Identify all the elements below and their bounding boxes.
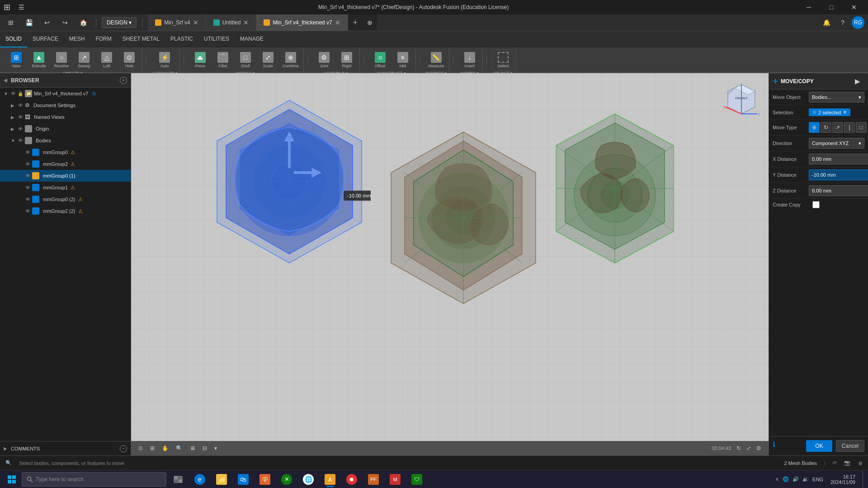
taskbar-search[interactable]: Type here to search: [22, 472, 166, 487]
taskbar-store[interactable]: 🛍: [233, 470, 253, 488]
tree-mmgroup2-2[interactable]: 👁 mmGroup2 (2) ⚠: [0, 205, 131, 217]
new-tab-btn[interactable]: +: [348, 14, 363, 31]
show-hidden-icon[interactable]: ∧: [775, 476, 779, 482]
tab-close-btn[interactable]: ✕: [193, 19, 198, 26]
loft-btn[interactable]: △ Loft: [96, 49, 118, 71]
zoom-btn[interactable]: 🔍: [174, 444, 184, 452]
insert-mesh-btn[interactable]: ↓ Insert: [459, 49, 481, 71]
settings2-btn[interactable]: ⚙: [755, 444, 763, 452]
help-btn[interactable]: ?: [835, 16, 850, 29]
tree-mmgroup0-1[interactable]: 👁 mmGroup0 (1): [0, 170, 131, 182]
tree-mmgroup2[interactable]: 👁 mmGroup2 ⚠: [0, 158, 131, 170]
start-button[interactable]: [4, 471, 20, 488]
taskbar-chrome[interactable]: 🌐: [298, 470, 318, 488]
viewport[interactable]: -10.00 mm: [131, 73, 769, 455]
move-type-axis-btn[interactable]: |: [844, 122, 855, 133]
taskbar-clock[interactable]: 16:17 2024/11/09: [827, 474, 859, 485]
show-desktop-btn[interactable]: [863, 471, 864, 488]
browser-collapse-arrow[interactable]: ◀: [4, 78, 7, 83]
shell-btn[interactable]: □ Shell: [235, 49, 256, 71]
measure-btn[interactable]: 📏 Measure: [425, 49, 447, 71]
selection-clear-btn[interactable]: ✕: [843, 109, 847, 115]
account-btn[interactable]: RG: [852, 16, 864, 29]
toolbar-btn[interactable]: ☰: [14, 1, 28, 14]
revolve-btn[interactable]: ○ Revolve: [51, 49, 72, 71]
sweep-btn[interactable]: ↗ Sweep: [73, 49, 95, 71]
z-distance-input[interactable]: [809, 185, 868, 196]
automate-btn[interactable]: ⚡ Auto: [154, 49, 175, 71]
hole-btn[interactable]: ⊙ Hole: [118, 49, 140, 71]
ribbon-tab-mesh[interactable]: MESH: [64, 31, 90, 47]
panel-close-btn[interactable]: ▶: [850, 75, 864, 88]
grid-btn[interactable]: ⊞: [148, 444, 156, 452]
selection-badge[interactable]: ⊕ 2 selected ✕: [809, 108, 850, 116]
pan-btn[interactable]: ✋: [160, 444, 170, 452]
tab-min-srf-v4-thickened[interactable]: Min_Srf v4_thickened v7 ✕: [256, 14, 348, 31]
create-copy-checkbox[interactable]: [812, 201, 820, 208]
midplane-btn[interactable]: ≡ Mid: [392, 49, 414, 71]
y-distance-input[interactable]: [809, 169, 868, 180]
scale-btn[interactable]: ⤢ Scale: [257, 49, 279, 71]
taskbar-task-view[interactable]: [168, 470, 188, 488]
display-mode-btn[interactable]: 🖥: [188, 444, 197, 452]
ribbon-tab-surface[interactable]: SURFACE: [27, 31, 64, 47]
comments-add-btn[interactable]: +: [120, 445, 127, 452]
taskbar-edge[interactable]: e: [190, 470, 210, 488]
tree-root[interactable]: ▼ 👁 🔒 📁 Min_Srf v4_thickened v7 ⚙: [0, 88, 131, 99]
orbit-icon[interactable]: ⟳: [833, 460, 837, 466]
save-btn[interactable]: 💾: [22, 16, 36, 29]
tab-min-srf-v4[interactable]: Min_Srf v4 ✕: [148, 14, 206, 31]
comments-arrow[interactable]: ▶: [4, 446, 7, 451]
taskbar-explorer[interactable]: 📁: [212, 470, 231, 488]
minimize-btn[interactable]: ─: [798, 0, 819, 14]
move-type-point-btn[interactable]: ↗: [832, 122, 843, 133]
tree-origin[interactable]: ▶ 👁 Origin: [0, 123, 131, 135]
fillet-btn[interactable]: ⌒ Fillet: [212, 49, 234, 71]
maximize-btn[interactable]: □: [821, 0, 842, 14]
tree-mmgroup0[interactable]: 👁 mmGroup0 ⚠: [0, 146, 131, 158]
notifications-btn[interactable]: 🔔: [819, 16, 834, 29]
direction-dropdown[interactable]: Component XYZ ▾: [809, 138, 864, 149]
ribbon-tab-utilities[interactable]: UTILITIES: [198, 31, 235, 47]
network-icon[interactable]: 🌐: [783, 476, 789, 482]
fit-btn[interactable]: ⤢: [745, 444, 753, 452]
more-btn[interactable]: ▾: [212, 444, 219, 452]
ribbon-tab-solid[interactable]: SOLID: [0, 31, 27, 47]
ribbon-tab-plastic[interactable]: PLASTIC: [165, 31, 198, 47]
tree-mmgroup0-2[interactable]: 👁 mmGroup0 (2) ⚠: [0, 193, 131, 205]
grid-visible-btn[interactable]: ⊟: [201, 444, 209, 452]
rigid-group-btn[interactable]: ⊞ Rigid: [336, 49, 358, 71]
ok-button[interactable]: OK: [806, 440, 832, 452]
info-icon[interactable]: ℹ: [773, 440, 775, 452]
combine-btn[interactable]: ⊕ Combine: [280, 49, 302, 71]
tree-document-settings[interactable]: ▶ 👁 ⚙ Document Settings: [0, 99, 131, 111]
rotate-btn[interactable]: ↻: [735, 444, 743, 452]
ribbon-tab-manage[interactable]: MANAGE: [235, 31, 269, 47]
navigation-cube[interactable]: FRONT X Y Z: [723, 82, 760, 118]
taskbar-recorder[interactable]: ⏺: [342, 470, 362, 488]
ribbon-tab-sheet-metal[interactable]: SHEET METAL: [117, 31, 165, 47]
camera-icon[interactable]: 📷: [844, 460, 850, 466]
app-menu-btn[interactable]: ⊞: [4, 16, 18, 29]
move-type-plane-btn[interactable]: □: [856, 122, 867, 133]
select-btn[interactable]: Select: [492, 49, 514, 71]
undo-btn[interactable]: ↩: [40, 16, 54, 29]
home-btn[interactable]: 🏠: [76, 16, 90, 29]
speaker-icon[interactable]: 🔉: [802, 476, 809, 482]
cancel-button[interactable]: Cancel: [836, 440, 864, 452]
joint-btn[interactable]: ⚙ Joint: [313, 49, 335, 71]
close-btn[interactable]: ✕: [844, 0, 864, 14]
create-new-component-btn[interactable]: ⊞ New: [5, 49, 27, 71]
tree-mmgroup1[interactable]: 👁 mmGroup1 ⚠: [0, 182, 131, 193]
offset-plane-btn[interactable]: ⊟ Offset: [369, 49, 391, 71]
move-type-rotate-btn[interactable]: ↻: [821, 122, 831, 133]
press-pull-btn[interactable]: ⏏ Press: [189, 49, 211, 71]
browser-expand-btn[interactable]: +: [120, 77, 127, 84]
more-tabs-btn[interactable]: ⊕: [363, 16, 377, 29]
x-distance-input[interactable]: [809, 154, 868, 164]
tab-close-btn[interactable]: ✕: [243, 19, 249, 26]
taskbar-paint[interactable]: 🎨: [255, 470, 275, 488]
taskbar-mesh[interactable]: M: [385, 470, 405, 488]
display-icon[interactable]: 🖥: [858, 460, 863, 466]
move-object-dropdown[interactable]: Bodies... ▾: [809, 92, 864, 103]
